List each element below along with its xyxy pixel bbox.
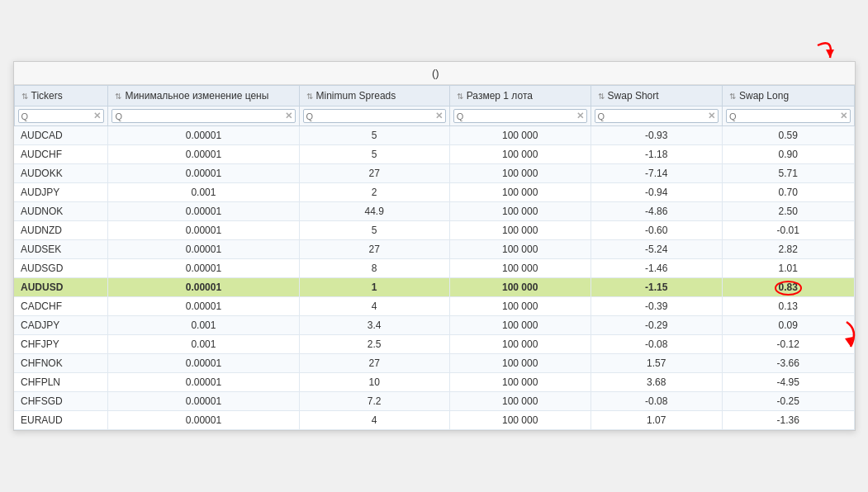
filter-clear-tickers[interactable]: ✕ bbox=[93, 111, 101, 121]
cell-ticker: AUDCHF bbox=[14, 145, 108, 164]
filter-input-minspread[interactable] bbox=[306, 111, 434, 121]
filter-clear-lotsize[interactable]: ✕ bbox=[576, 111, 584, 121]
table-row: CADCHF0.000014100 000-0.390.13 bbox=[14, 297, 854, 316]
filter-input-minchange[interactable] bbox=[115, 111, 282, 121]
cell-swapshort: -0.94 bbox=[591, 183, 722, 202]
cell-minspread: 1 bbox=[299, 278, 449, 297]
cell-minchange: 0.00001 bbox=[108, 411, 299, 430]
filter-input-lotsize[interactable] bbox=[457, 111, 575, 121]
table-row: AUDSGD0.000018100 000-1.461.01 bbox=[14, 259, 854, 278]
cell-swaplong: 0.13 bbox=[723, 297, 854, 316]
filter-clear-swapshort[interactable]: ✕ bbox=[708, 111, 715, 121]
sort-icon-swaplong[interactable]: ⇅ bbox=[729, 92, 736, 101]
cell-lotsize: 100 000 bbox=[449, 183, 591, 202]
table-filter-row: ✕✕✕✕✕✕ bbox=[14, 106, 854, 126]
cell-minspread: 27 bbox=[299, 354, 449, 373]
header-tickers[interactable]: ⇅Tickers bbox=[14, 86, 108, 106]
table-row: AUDCAD0.000015100 000-0.930.59 bbox=[14, 126, 854, 145]
title-bar: () bbox=[14, 62, 855, 85]
table-row: CHFJPY0.0012.5100 000-0.08-0.12 bbox=[14, 335, 854, 354]
cell-lotsize: 100 000 bbox=[449, 392, 591, 411]
header-minchange[interactable]: ⇅Минимальное изменение цены bbox=[108, 86, 299, 106]
sort-icon-swapshort[interactable]: ⇅ bbox=[598, 92, 605, 101]
cell-swaplong: -0.12 bbox=[723, 335, 854, 354]
cell-swaplong: -1.36 bbox=[723, 411, 854, 430]
filter-cell-swapshort: ✕ bbox=[591, 106, 722, 126]
sort-icon-lotsize[interactable]: ⇅ bbox=[457, 92, 463, 101]
filter-clear-minchange[interactable]: ✕ bbox=[285, 111, 292, 121]
cell-swaplong: 5.71 bbox=[723, 164, 854, 183]
top-arrow-head bbox=[826, 50, 834, 58]
cell-swapshort: 3.68 bbox=[591, 373, 722, 392]
cell-swaplong: -3.66 bbox=[723, 354, 854, 373]
cell-ticker: AUDJPY bbox=[14, 183, 108, 202]
filter-input-swapshort[interactable] bbox=[598, 111, 706, 121]
cell-lotsize: 100 000 bbox=[449, 297, 591, 316]
table-header-row: ⇅Tickers⇅Минимальное изменение цены⇅Mini… bbox=[14, 86, 854, 106]
cell-minspread: 2 bbox=[299, 183, 449, 202]
sort-icon-minchange[interactable]: ⇅ bbox=[115, 92, 121, 101]
sort-icon-tickers[interactable]: ⇅ bbox=[21, 92, 28, 101]
data-table: ⇅Tickers⇅Минимальное изменение цены⇅Mini… bbox=[14, 85, 855, 430]
cell-lotsize: 100 000 bbox=[449, 335, 591, 354]
cell-swapshort: -0.39 bbox=[591, 297, 722, 316]
cell-swapshort: -5.24 bbox=[591, 240, 722, 259]
header-lotsize[interactable]: ⇅Размер 1 лота bbox=[449, 86, 591, 106]
cell-lotsize: 100 000 bbox=[449, 164, 591, 183]
cell-lotsize: 100 000 bbox=[449, 354, 591, 373]
filter-cell-minspread: ✕ bbox=[299, 106, 449, 126]
cell-swaplong: 0.90 bbox=[723, 145, 854, 164]
cell-ticker: AUDSGD bbox=[14, 259, 108, 278]
table-row: AUDOKK0.0000127100 000-7.145.71 bbox=[14, 164, 854, 183]
cell-ticker: AUDNZD bbox=[14, 221, 108, 240]
filter-cell-lotsize: ✕ bbox=[449, 106, 591, 126]
cell-swapshort: -0.60 bbox=[591, 221, 722, 240]
cell-minchange: 0.00001 bbox=[108, 202, 299, 221]
table-row: CADJPY0.0013.4100 000-0.290.09 bbox=[14, 316, 854, 335]
filter-input-tickers[interactable] bbox=[21, 111, 92, 121]
cell-minspread: 8 bbox=[299, 259, 449, 278]
cell-swapshort: -4.86 bbox=[591, 202, 722, 221]
header-minspread[interactable]: ⇅Minimum Spreads bbox=[299, 86, 449, 106]
cell-swaplong: 2.50 bbox=[723, 202, 854, 221]
cell-lotsize: 100 000 bbox=[449, 145, 591, 164]
filter-cell-tickers: ✕ bbox=[14, 106, 108, 126]
cell-ticker: EURAUD bbox=[14, 411, 108, 430]
cell-minchange: 0.00001 bbox=[108, 373, 299, 392]
header-swaplong[interactable]: ⇅Swap Long bbox=[723, 86, 854, 106]
filter-input-swaplong[interactable] bbox=[729, 111, 837, 121]
sort-icon-minspread[interactable]: ⇅ bbox=[306, 92, 313, 101]
cell-swapshort: 1.07 bbox=[591, 411, 722, 430]
cell-minspread: 5 bbox=[299, 126, 449, 145]
cell-ticker: CHFJPY bbox=[14, 335, 108, 354]
cell-minchange: 0.00001 bbox=[108, 392, 299, 411]
cell-swapshort: -0.08 bbox=[591, 392, 722, 411]
filter-clear-minspread[interactable]: ✕ bbox=[435, 111, 443, 121]
cell-minspread: 44.9 bbox=[299, 202, 449, 221]
filter-cell-minchange: ✕ bbox=[108, 106, 299, 126]
cell-swaplong: -4.95 bbox=[723, 373, 854, 392]
cell-lotsize: 100 000 bbox=[449, 411, 591, 430]
cell-swaplong: 0.83 bbox=[723, 278, 854, 297]
filter-clear-swaplong[interactable]: ✕ bbox=[840, 111, 847, 121]
cell-swapshort: -0.93 bbox=[591, 126, 722, 145]
table-wrapper: ⇅Tickers⇅Минимальное изменение цены⇅Mini… bbox=[14, 85, 855, 430]
table-row: AUDSEK0.0000127100 000-5.242.82 bbox=[14, 240, 854, 259]
cell-ticker: CHFNOK bbox=[14, 354, 108, 373]
cell-minchange: 0.001 bbox=[108, 183, 299, 202]
cell-minchange: 0.00001 bbox=[108, 145, 299, 164]
cell-minspread: 4 bbox=[299, 411, 449, 430]
cell-minchange: 0.00001 bbox=[108, 126, 299, 145]
filter-cell-swaplong: ✕ bbox=[723, 106, 854, 126]
cell-lotsize: 100 000 bbox=[449, 316, 591, 335]
cell-swapshort: -1.46 bbox=[591, 259, 722, 278]
cell-lotsize: 100 000 bbox=[449, 259, 591, 278]
cell-minspread: 2.5 bbox=[299, 335, 449, 354]
table-row: AUDNZD0.000015100 000-0.60-0.01 bbox=[14, 221, 854, 240]
cell-minspread: 27 bbox=[299, 240, 449, 259]
cell-minchange: 0.00001 bbox=[108, 354, 299, 373]
cell-ticker: CADJPY bbox=[14, 316, 108, 335]
cell-lotsize: 100 000 bbox=[449, 221, 591, 240]
cell-minspread: 5 bbox=[299, 221, 449, 240]
header-swapshort[interactable]: ⇅Swap Short bbox=[591, 86, 722, 106]
